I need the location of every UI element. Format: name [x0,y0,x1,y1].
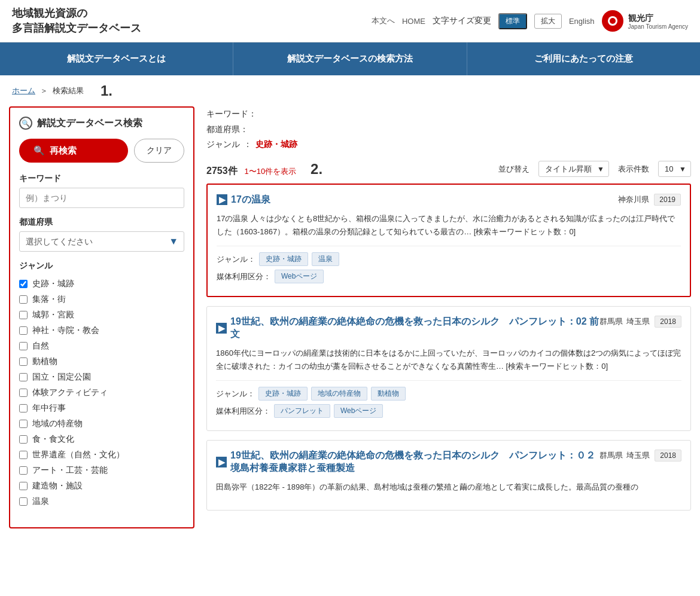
page-size-label: 表示件数 [618,164,649,175]
genre-checkbox[interactable] [19,311,28,319]
main-navigation: 解説文データベースとは 解説文データベースの検索方法 ご利用にあたっての注意 [0,42,700,75]
header-nav: 本文へ HOME 文字サイズ変更 標準 拡大 English 観光庁 Japan… [372,10,688,32]
genre-checkbox[interactable] [19,357,28,366]
year-tag: 2018 [655,450,681,461]
prefecture-tag: 神奈川県 [618,194,649,205]
genre-checkbox[interactable] [19,373,28,381]
nav-honbun[interactable]: 本文へ [372,16,395,26]
genre-checkbox-label: 集落・街 [32,294,66,305]
sort-select[interactable]: タイトル昇順 [538,161,609,177]
keyword-label: キーワード [19,173,184,184]
genre-checkbox[interactable] [19,342,28,350]
keyword-section: キーワード [19,173,184,208]
nav-large-button[interactable]: 拡大 [534,14,562,29]
results-header: 2753件 1〜10件を表示 2. 並び替え タイトル昇順 ▼ 表示件数 [206,161,691,178]
genre-checkbox[interactable] [19,435,28,444]
clear-button[interactable]: クリア [134,139,184,163]
search-sidebar: 🔍 解説文データベース検索 🔍 再検索 クリア キーワード 都道府県 選択してく… [9,106,194,528]
title-arrow-icon: ▶ [216,323,227,334]
step-1-badge: 1. [101,82,112,99]
genre-checkbox[interactable] [19,280,28,288]
result-card: ▶19世紀、欧州の絹産業の絶体絶命の危機を救った日本のシルク パンフレット：０２… [206,440,691,511]
genre-checkbox-label: 自然 [32,341,49,352]
genre-item: 年中行事 [19,401,184,416]
genre-item: アート・工芸・芸能 [19,463,184,478]
nav-home[interactable]: HOME [402,17,425,26]
genre-tag: 史跡・城跡 [259,252,308,266]
result-card: ▶17の温泉神奈川県201917の温泉 人々は少なくとも8世紀から、箱根の温泉に… [206,184,691,297]
result-card-header: ▶19世紀、欧州の絹産業の絶体絶命の危機を救った日本のシルク パンフレット：０２… [216,450,681,475]
genre-checkbox-label: 建造物・施設 [32,481,83,491]
genre-tag: 史跡・城跡 [258,387,308,401]
search-button-row: 🔍 再検索 クリア [19,139,184,163]
genre-item: 温泉 [19,494,184,509]
year-tag: 2018 [655,316,681,328]
nav-item-search-method[interactable]: 解説文データベースの検索方法 [233,42,467,75]
page-size-select[interactable]: 10 [658,161,691,177]
genre-checkbox[interactable] [19,404,28,412]
sidebar-title: 🔍 解説文データベース検索 [19,117,184,130]
genre-tag-label: ジャンル： [217,254,255,265]
breadcrumb: ホーム ＞ 検索結果 1. [0,75,700,106]
result-meta: 群馬県埼玉県2018 [599,450,681,461]
genre-meta-label: ジャンル [206,137,240,152]
nav-standard-button[interactable]: 標準 [498,13,527,29]
genre-meta-value: 史跡・城跡 [255,137,297,152]
genre-checkbox-label: 神社・寺院・教会 [32,325,99,336]
jta-circle-logo [602,10,623,32]
prefecture-select[interactable]: 選択してください [19,231,184,252]
genre-checkbox[interactable] [19,466,28,475]
title-arrow-icon: ▶ [217,194,227,205]
search-icon: 🔍 [19,117,32,130]
re-search-button[interactable]: 🔍 再検索 [19,139,128,163]
breadcrumb-home[interactable]: ホーム [12,85,35,96]
genre-item: 神社・寺院・教会 [19,323,184,338]
svg-point-1 [610,18,616,24]
sort-area: 並び替え タイトル昇順 ▼ 表示件数 10 ▼ [498,161,691,177]
media-tag: パンフレット [274,404,330,418]
genre-item: 食・食文化 [19,432,184,447]
search-btn-icon: 🔍 [34,145,45,156]
prefecture-meta-label: 都道府県： [206,122,248,137]
genre-checkbox[interactable] [19,420,28,428]
sort-label: 並び替え [498,164,529,175]
genre-checkbox[interactable] [19,497,28,506]
prefecture-tag: 埼玉県 [626,450,650,461]
genre-checkbox[interactable] [19,451,28,459]
nav-item-about[interactable]: 解説文データベースとは [0,42,233,75]
result-cards: ▶17の温泉神奈川県201917の温泉 人々は少なくとも8世紀から、箱根の温泉に… [206,184,691,511]
genre-checkbox-label: 地域の特産物 [32,418,83,429]
genre-checkbox-label: アート・工芸・芸能 [32,465,108,476]
prefecture-tag: 群馬県 [599,450,623,461]
year-tag: 2019 [654,194,681,206]
genre-checkbox[interactable] [19,482,28,490]
genre-item: 自然 [19,338,184,354]
results-area: キーワード： 都道府県： ジャンル ： 史跡・城跡 2753件 1〜10件を表示 [206,106,691,528]
genre-checkbox-label: 年中行事 [32,403,66,414]
genre-tag: 動植物 [371,387,406,401]
genre-tag: 温泉 [312,252,339,266]
genre-checkbox-label: 食・食文化 [32,434,74,445]
results-count: 2753件 1〜10件を表示 2. [206,161,322,178]
logo-area: 観光庁 Japan Tourism Agency [602,10,688,32]
nav-english[interactable]: English [569,17,595,26]
result-title[interactable]: ▶19世紀、欧州の絹産業の絶体絶命の危機を救った日本のシルク パンフレット：02… [216,316,599,341]
genre-checkbox[interactable] [19,295,28,304]
genre-checkbox-label: 国立・国定公園 [32,372,91,383]
step-2-badge: 2. [311,161,322,177]
genre-checkbox[interactable] [19,389,28,397]
prefecture-tag: 群馬県 [599,316,623,327]
genre-tag-row: ジャンル：史跡・城跡温泉 [217,252,681,266]
breadcrumb-current: 検索結果 [53,85,84,96]
result-title[interactable]: ▶17の温泉 [217,194,270,206]
title-arrow-icon: ▶ [216,457,227,467]
result-description: 1860年代にヨーロッパの絹産業は技術的に日本をはるかに上回っていたが、ヨーロッ… [216,347,681,373]
nav-fontsize-label: 文字サイズ変更 [433,16,491,26]
keyword-input[interactable] [19,188,184,208]
genre-item: 集落・街 [19,292,184,307]
result-title[interactable]: ▶19世紀、欧州の絹産業の絶体絶命の危機を救った日本のシルク パンフレット：０２… [216,450,599,475]
genre-checkbox-label: 体験アクティビティ [32,387,108,398]
genre-checkbox[interactable] [19,326,28,335]
nav-item-usage-notes[interactable]: ご利用にあたっての注意 [467,42,700,75]
media-tag-label: 媒体利用区分： [216,406,270,417]
